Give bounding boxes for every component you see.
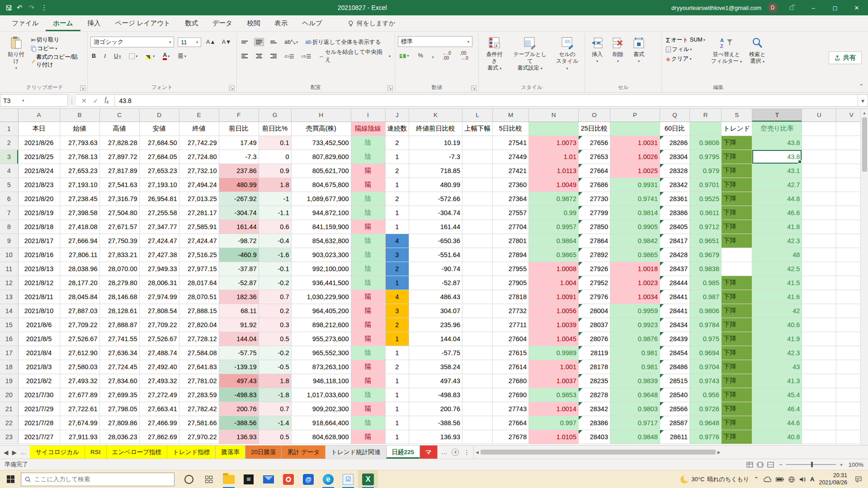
grid-cell[interactable]: [462, 346, 493, 360]
grid-cell[interactable]: 0.9611: [690, 206, 722, 220]
grid-cell[interactable]: 27,750.39: [99, 234, 139, 248]
taskbar-clock[interactable]: 20:31 2021/08/26: [819, 472, 847, 486]
row-header[interactable]: 18: [0, 360, 18, 374]
grid-cell[interactable]: [722, 262, 752, 276]
grid-cell[interactable]: -1.1: [259, 206, 291, 220]
grid-cell[interactable]: 27,424.47: [139, 234, 179, 248]
grid-cell[interactable]: 27,808.54: [139, 304, 179, 318]
grid-cell[interactable]: 1: [385, 346, 409, 360]
column-header-T[interactable]: T: [752, 109, 802, 122]
grid-cell[interactable]: 0.9648: [690, 416, 722, 430]
grid-cell[interactable]: 27,580.03: [60, 360, 99, 374]
grid-cell[interactable]: 28,038.96: [60, 262, 99, 276]
grid-cell[interactable]: -1.8: [259, 388, 291, 402]
grid-cell[interactable]: 27905: [493, 276, 529, 290]
increase-indent-icon[interactable]: ⇨☰: [300, 53, 313, 60]
sheet-tab-2[interactable]: エンベロープ指標: [107, 446, 168, 459]
grid-cell[interactable]: 27,238.45: [60, 192, 99, 206]
grid-cell[interactable]: 27,862.69: [139, 430, 179, 444]
find-select-button[interactable]: 検索と選択 ▾: [746, 34, 768, 80]
grid-cell[interactable]: 28361: [660, 192, 690, 206]
grid-cell[interactable]: [462, 150, 493, 164]
paste-button[interactable]: 貼り付け▾: [5, 34, 28, 80]
grid-cell[interactable]: 0.6: [259, 220, 291, 234]
grid-cell[interactable]: 0.9853: [529, 388, 579, 402]
grid-cell[interactable]: 下降: [722, 290, 752, 304]
grid-cell[interactable]: 0.9876: [610, 332, 660, 346]
grid-cell[interactable]: 2021/8/26: [18, 136, 60, 150]
grid-cell[interactable]: -0.2: [259, 276, 291, 290]
grid-cell[interactable]: 28,070.00: [99, 262, 139, 276]
grid-cell[interactable]: [802, 402, 836, 416]
grid-cell[interactable]: [462, 262, 493, 276]
grid-cell[interactable]: -1: [259, 192, 291, 206]
grid-cell[interactable]: -267.92: [219, 192, 259, 206]
grid-cell[interactable]: 0.99: [529, 206, 579, 220]
grid-cell[interactable]: 27690: [493, 388, 529, 402]
grid-cell[interactable]: 27615: [493, 346, 529, 360]
grid-cell[interactable]: 965,552,300: [291, 346, 351, 360]
grid-cell[interactable]: 27,793.63: [60, 136, 99, 150]
grid-cell[interactable]: 2: [385, 136, 409, 150]
grid-cell[interactable]: 27664: [579, 164, 610, 178]
grid-cell[interactable]: 27,828.28: [99, 136, 139, 150]
grid-cell[interactable]: -0.4: [259, 234, 291, 248]
phonetic-guide-button[interactable]: 亜 ▾: [176, 52, 188, 60]
grid-cell[interactable]: 10.19: [409, 136, 462, 150]
grid-cell[interactable]: 5日比較: [493, 122, 529, 136]
grid-cell[interactable]: 2021/8/17: [18, 234, 60, 248]
grid-cell[interactable]: 2021/8/11: [18, 290, 60, 304]
collapse-ribbon-icon[interactable]: ⌃: [859, 83, 863, 89]
font-dialog-launcher-icon[interactable]: ↘: [229, 85, 235, 91]
grid-cell[interactable]: 27,684.50: [139, 136, 179, 150]
grid-cell[interactable]: 安値: [139, 122, 179, 136]
grid-cell[interactable]: 27864: [579, 234, 610, 248]
redo-icon[interactable]: ↷▾: [29, 4, 37, 12]
grid-cell[interactable]: 1.0045: [529, 332, 579, 346]
sheet-tab-3[interactable]: トレンド指標: [167, 446, 216, 459]
row-header[interactable]: 5: [0, 178, 18, 192]
column-header-K[interactable]: K: [409, 109, 462, 122]
scroll-up-icon[interactable]: ▲: [861, 109, 868, 117]
grid-cell[interactable]: 27,193.10: [60, 178, 99, 192]
tray-expand-icon[interactable]: ⌃: [754, 476, 759, 483]
grid-cell[interactable]: 陽: [351, 332, 385, 346]
grid-cell[interactable]: 27,742.29: [179, 136, 219, 150]
grid-cell[interactable]: 高値: [99, 122, 139, 136]
grid-cell[interactable]: 48: [752, 248, 802, 262]
grid-cell[interactable]: 28,128.61: [99, 304, 139, 318]
grid-cell[interactable]: 連続数: [385, 122, 409, 136]
grid-cell[interactable]: 下降: [722, 318, 752, 332]
atmenu-app-button[interactable]: @: [298, 470, 318, 488]
grid-cell[interactable]: -388.56: [409, 416, 462, 430]
confirm-entry-icon[interactable]: ✓: [93, 97, 99, 104]
grid-cell[interactable]: 27,724.80: [179, 150, 219, 164]
grid-cell[interactable]: 27,674.99: [60, 416, 99, 430]
grid-cell[interactable]: 28,045.84: [60, 290, 99, 304]
grid-cell[interactable]: [802, 346, 836, 360]
grid-cell[interactable]: [462, 388, 493, 402]
grid-cell[interactable]: -52.87: [219, 276, 259, 290]
grid-cell[interactable]: 陰: [351, 206, 385, 220]
grid-cell[interactable]: 41.6: [752, 290, 802, 304]
grid-cell[interactable]: 2021/7/27: [18, 430, 60, 444]
grid-cell[interactable]: 27926: [579, 262, 610, 276]
grid-cell[interactable]: [722, 248, 752, 262]
grid-cell[interactable]: [802, 304, 836, 318]
grid-cell[interactable]: 2021/7/30: [18, 388, 60, 402]
grid-cell[interactable]: 陰: [351, 262, 385, 276]
grid-cell[interactable]: 陽: [351, 164, 385, 178]
grid-cell[interactable]: 41.9: [752, 332, 802, 346]
start-button[interactable]: [0, 470, 21, 488]
column-header-M[interactable]: M: [493, 109, 529, 122]
grid-cell[interactable]: 27,977.15: [179, 262, 219, 276]
grid-cell[interactable]: 918,664,400: [291, 416, 351, 430]
ribbon-tab-1[interactable]: ホーム: [46, 15, 80, 31]
grid-cell[interactable]: 903,023,300: [291, 248, 351, 262]
column-header-D[interactable]: D: [139, 109, 179, 122]
grid-cell[interactable]: 1.0056: [529, 304, 579, 318]
sheet-tab-7[interactable]: トレンド統計関連: [326, 446, 386, 459]
grid-cell[interactable]: 27653: [579, 150, 610, 164]
grid-cell[interactable]: 0.987: [690, 290, 722, 304]
clear-button[interactable]: ◆ クリア ▾: [665, 55, 707, 63]
